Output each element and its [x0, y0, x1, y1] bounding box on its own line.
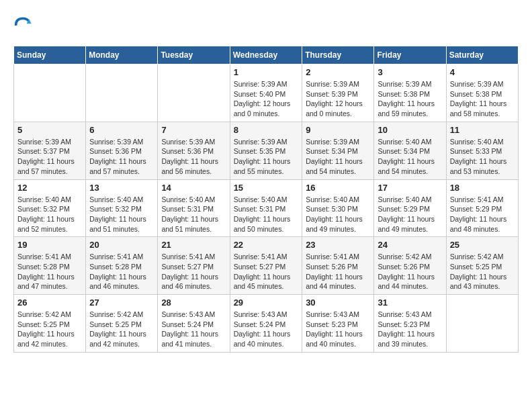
day-number: 26 [17, 298, 82, 308]
weekday-header: Friday [374, 46, 446, 64]
weekday-header: Sunday [14, 46, 86, 64]
day-number: 9 [306, 125, 370, 135]
day-info: Sunrise: 5:41 AM Sunset: 5:26 PM Dayligh… [306, 252, 370, 291]
day-number: 5 [17, 125, 82, 135]
calendar-day-cell: 12Sunrise: 5:40 AM Sunset: 5:32 PM Dayli… [14, 179, 86, 237]
day-number: 22 [234, 240, 299, 250]
calendar-day-cell: 11Sunrise: 5:40 AM Sunset: 5:33 PM Dayli… [446, 122, 518, 179]
day-number: 28 [161, 298, 226, 308]
day-info: Sunrise: 5:40 AM Sunset: 5:30 PM Dayligh… [306, 195, 370, 234]
day-info: Sunrise: 5:40 AM Sunset: 5:29 PM Dayligh… [378, 195, 442, 234]
calendar-day-cell: 7Sunrise: 5:39 AM Sunset: 5:36 PM Daylig… [158, 122, 230, 179]
calendar-week-row: 1Sunrise: 5:39 AM Sunset: 5:40 PM Daylig… [14, 64, 519, 122]
calendar-day-cell: 9Sunrise: 5:39 AM Sunset: 5:34 PM Daylig… [302, 122, 374, 179]
calendar-day-cell: 26Sunrise: 5:42 AM Sunset: 5:25 PM Dayli… [14, 295, 86, 353]
day-number: 24 [378, 240, 442, 250]
calendar-day-cell [14, 64, 86, 122]
day-number: 21 [161, 240, 226, 250]
calendar-day-cell: 22Sunrise: 5:41 AM Sunset: 5:27 PM Dayli… [230, 237, 302, 295]
calendar-day-cell [446, 295, 518, 353]
calendar-day-cell: 15Sunrise: 5:40 AM Sunset: 5:31 PM Dayli… [230, 179, 302, 237]
day-number: 8 [234, 125, 299, 135]
calendar-day-cell: 4Sunrise: 5:39 AM Sunset: 5:38 PM Daylig… [446, 64, 518, 122]
day-number: 20 [89, 240, 154, 250]
calendar-day-cell: 17Sunrise: 5:40 AM Sunset: 5:29 PM Dayli… [374, 179, 446, 237]
calendar-day-cell: 20Sunrise: 5:41 AM Sunset: 5:28 PM Dayli… [86, 237, 158, 295]
day-number: 7 [161, 125, 226, 135]
weekday-header: Monday [86, 46, 158, 64]
calendar-day-cell: 25Sunrise: 5:42 AM Sunset: 5:25 PM Dayli… [446, 237, 518, 295]
day-info: Sunrise: 5:39 AM Sunset: 5:40 PM Dayligh… [234, 79, 299, 119]
day-number: 3 [378, 67, 442, 77]
day-number: 4 [450, 67, 515, 77]
calendar-day-cell: 10Sunrise: 5:40 AM Sunset: 5:34 PM Dayli… [374, 122, 446, 179]
calendar-day-cell [86, 64, 158, 122]
day-number: 1 [234, 67, 299, 77]
day-info: Sunrise: 5:42 AM Sunset: 5:25 PM Dayligh… [17, 310, 82, 349]
calendar-day-cell: 16Sunrise: 5:40 AM Sunset: 5:30 PM Dayli… [302, 179, 374, 237]
calendar-day-cell: 13Sunrise: 5:40 AM Sunset: 5:32 PM Dayli… [86, 179, 158, 237]
calendar-day-cell: 8Sunrise: 5:39 AM Sunset: 5:35 PM Daylig… [230, 122, 302, 179]
calendar-day-cell: 6Sunrise: 5:39 AM Sunset: 5:36 PM Daylig… [86, 122, 158, 179]
day-info: Sunrise: 5:39 AM Sunset: 5:36 PM Dayligh… [161, 137, 226, 177]
calendar-day-cell: 2Sunrise: 5:39 AM Sunset: 5:39 PM Daylig… [302, 64, 374, 122]
day-info: Sunrise: 5:41 AM Sunset: 5:27 PM Dayligh… [234, 252, 299, 291]
day-number: 11 [450, 125, 515, 135]
calendar-day-cell: 14Sunrise: 5:40 AM Sunset: 5:31 PM Dayli… [158, 179, 230, 237]
day-info: Sunrise: 5:41 AM Sunset: 5:29 PM Dayligh… [450, 195, 515, 234]
day-number: 2 [306, 67, 370, 77]
day-info: Sunrise: 5:40 AM Sunset: 5:31 PM Dayligh… [161, 195, 226, 234]
day-number: 12 [17, 183, 82, 193]
day-info: Sunrise: 5:40 AM Sunset: 5:33 PM Dayligh… [450, 137, 515, 177]
day-number: 10 [378, 125, 442, 135]
day-number: 23 [306, 240, 370, 250]
day-number: 27 [89, 298, 154, 308]
day-number: 13 [89, 183, 154, 193]
day-info: Sunrise: 5:41 AM Sunset: 5:28 PM Dayligh… [89, 252, 154, 291]
calendar-week-row: 19Sunrise: 5:41 AM Sunset: 5:28 PM Dayli… [14, 237, 519, 295]
day-number: 29 [234, 298, 299, 308]
day-info: Sunrise: 5:43 AM Sunset: 5:23 PM Dayligh… [378, 310, 442, 349]
day-info: Sunrise: 5:39 AM Sunset: 5:35 PM Dayligh… [234, 137, 299, 177]
day-info: Sunrise: 5:42 AM Sunset: 5:25 PM Dayligh… [89, 310, 154, 349]
weekday-header: Tuesday [158, 46, 230, 64]
day-number: 30 [306, 298, 370, 308]
day-number: 31 [378, 298, 442, 308]
day-info: Sunrise: 5:40 AM Sunset: 5:32 PM Dayligh… [17, 195, 82, 234]
day-info: Sunrise: 5:40 AM Sunset: 5:32 PM Dayligh… [89, 195, 154, 234]
calendar-week-row: 5Sunrise: 5:39 AM Sunset: 5:37 PM Daylig… [14, 122, 519, 179]
day-number: 18 [450, 183, 515, 193]
day-info: Sunrise: 5:39 AM Sunset: 5:38 PM Dayligh… [378, 79, 442, 119]
day-number: 17 [378, 183, 442, 193]
calendar-day-cell: 1Sunrise: 5:39 AM Sunset: 5:40 PM Daylig… [230, 64, 302, 122]
calendar-day-cell: 30Sunrise: 5:43 AM Sunset: 5:23 PM Dayli… [302, 295, 374, 353]
day-info: Sunrise: 5:39 AM Sunset: 5:36 PM Dayligh… [89, 137, 154, 177]
day-number: 6 [89, 125, 154, 135]
calendar-week-row: 26Sunrise: 5:42 AM Sunset: 5:25 PM Dayli… [14, 295, 519, 353]
day-number: 16 [306, 183, 370, 193]
calendar-day-cell [158, 64, 230, 122]
calendar-day-cell: 3Sunrise: 5:39 AM Sunset: 5:38 PM Daylig… [374, 64, 446, 122]
day-number: 25 [450, 240, 515, 250]
weekday-header: Thursday [302, 46, 374, 64]
logo-icon [13, 16, 32, 35]
day-info: Sunrise: 5:43 AM Sunset: 5:24 PM Dayligh… [161, 310, 226, 349]
day-info: Sunrise: 5:42 AM Sunset: 5:26 PM Dayligh… [378, 252, 442, 291]
calendar-day-cell: 21Sunrise: 5:41 AM Sunset: 5:27 PM Dayli… [158, 237, 230, 295]
day-info: Sunrise: 5:43 AM Sunset: 5:23 PM Dayligh… [306, 310, 370, 349]
day-info: Sunrise: 5:39 AM Sunset: 5:39 PM Dayligh… [306, 79, 370, 119]
calendar-day-cell: 29Sunrise: 5:43 AM Sunset: 5:24 PM Dayli… [230, 295, 302, 353]
calendar-week-row: 12Sunrise: 5:40 AM Sunset: 5:32 PM Dayli… [14, 179, 519, 237]
day-info: Sunrise: 5:40 AM Sunset: 5:31 PM Dayligh… [234, 195, 299, 234]
day-number: 14 [161, 183, 226, 193]
day-info: Sunrise: 5:39 AM Sunset: 5:38 PM Dayligh… [450, 79, 515, 119]
calendar-day-cell: 18Sunrise: 5:41 AM Sunset: 5:29 PM Dayli… [446, 179, 518, 237]
calendar-day-cell: 19Sunrise: 5:41 AM Sunset: 5:28 PM Dayli… [14, 237, 86, 295]
day-info: Sunrise: 5:41 AM Sunset: 5:28 PM Dayligh… [17, 252, 82, 291]
day-info: Sunrise: 5:40 AM Sunset: 5:34 PM Dayligh… [378, 137, 442, 177]
calendar-day-cell: 24Sunrise: 5:42 AM Sunset: 5:26 PM Dayli… [374, 237, 446, 295]
calendar-day-cell: 5Sunrise: 5:39 AM Sunset: 5:37 PM Daylig… [14, 122, 86, 179]
day-number: 19 [17, 240, 82, 250]
logo [13, 13, 35, 35]
day-info: Sunrise: 5:39 AM Sunset: 5:37 PM Dayligh… [17, 137, 82, 177]
